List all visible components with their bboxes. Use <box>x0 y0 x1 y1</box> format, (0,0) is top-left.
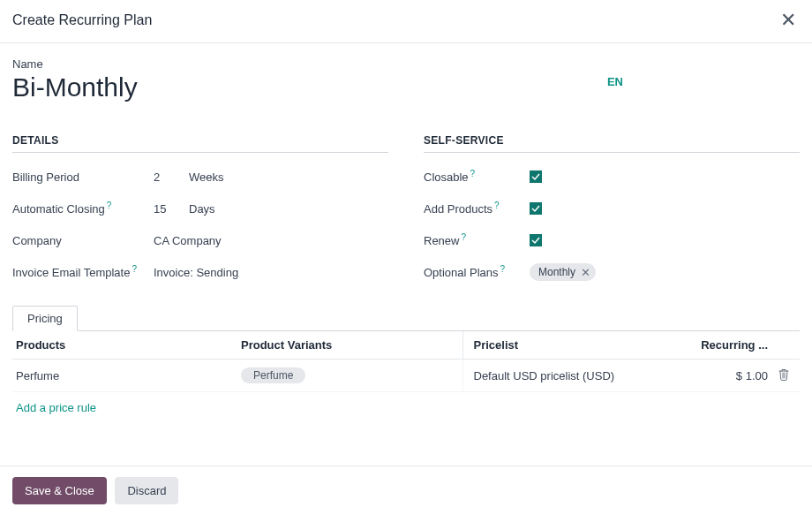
cell-variant[interactable]: Perfume <box>237 360 462 392</box>
help-icon[interactable]: ? <box>461 232 466 242</box>
cell-price[interactable]: $ 1.00 <box>678 360 775 392</box>
renew-checkbox[interactable] <box>530 234 542 246</box>
dialog-footer: Save & Close Discard <box>0 466 812 515</box>
closable-row: Closable? <box>424 167 800 186</box>
optional-plans-label: Optional Plans? <box>424 264 530 279</box>
auto-closing-label-text: Automatic Closing <box>12 203 105 216</box>
tag-remove-icon[interactable]: ✕ <box>581 267 590 278</box>
company-select[interactable]: CA Company <box>154 234 222 247</box>
help-icon[interactable]: ? <box>107 201 112 210</box>
save-button[interactable]: Save & Close <box>12 477 107 504</box>
billing-period-row: Billing Period Weeks <box>12 167 388 186</box>
help-icon[interactable]: ? <box>494 201 500 210</box>
table-row[interactable]: Perfume Perfume Default USD pricelist (U… <box>12 360 800 392</box>
name-label: Name <box>12 57 454 71</box>
check-icon <box>531 172 540 181</box>
col-delete <box>775 331 800 360</box>
name-input[interactable] <box>12 72 454 102</box>
help-icon[interactable]: ? <box>132 264 137 274</box>
dialog-header: Create Recurring Plan ✕ <box>0 0 812 43</box>
billing-period-unit-select[interactable]: Weeks <box>189 170 224 184</box>
self-service-section-title: SELF-SERVICE <box>424 134 800 153</box>
auto-closing-label: Automatic Closing? <box>12 201 154 216</box>
close-icon[interactable]: ✕ <box>777 11 800 30</box>
variant-tag[interactable]: Perfume <box>241 367 305 383</box>
company-row: Company CA Company <box>12 231 388 250</box>
pricing-table: Products Product Variants Pricelist Recu… <box>12 331 800 392</box>
dialog-title: Create Recurring Plan <box>12 12 152 28</box>
language-badge[interactable]: EN <box>607 57 800 88</box>
closable-label: Closable? <box>424 169 530 184</box>
col-price[interactable]: Recurring ... <box>678 331 775 360</box>
add-products-row: Add Products? <box>424 199 800 218</box>
cell-pricelist[interactable]: Default USD pricelist (USD) <box>462 360 678 392</box>
add-products-label: Add Products? <box>424 201 530 216</box>
renew-row: Renew? <box>424 231 800 250</box>
help-icon[interactable]: ? <box>470 169 476 178</box>
optional-plans-row: Optional Plans? Monthly ✕ <box>424 262 800 282</box>
table-header-row: Products Product Variants Pricelist Recu… <box>12 331 800 360</box>
invoice-template-label-text: Invoice Email Template <box>12 266 130 279</box>
details-column: DETAILS Billing Period Weeks Automatic C… <box>12 134 388 294</box>
col-pricelist[interactable]: Pricelist <box>462 331 678 360</box>
cell-product[interactable]: Perfume <box>12 360 237 392</box>
invoice-template-row: Invoice Email Template? Invoice: Sending <box>12 262 388 282</box>
check-icon <box>531 204 540 213</box>
closable-checkbox[interactable] <box>530 170 542 183</box>
billing-period-value-input[interactable] <box>154 170 189 184</box>
closable-label-text: Closable <box>424 171 469 185</box>
col-variants[interactable]: Product Variants <box>237 331 462 360</box>
add-products-label-text: Add Products <box>424 203 492 216</box>
help-icon[interactable]: ? <box>500 264 506 274</box>
invoice-template-label: Invoice Email Template? <box>12 263 154 282</box>
renew-label: Renew? <box>424 232 530 247</box>
optional-plan-tag[interactable]: Monthly ✕ <box>530 263 596 281</box>
check-icon <box>531 236 540 245</box>
billing-period-label: Billing Period <box>12 170 154 184</box>
name-block: Name <box>12 57 454 102</box>
auto-closing-unit: Days <box>189 202 215 216</box>
pricing-table-wrap: Products Product Variants Pricelist Recu… <box>12 330 800 423</box>
tabs: Pricing <box>12 305 800 330</box>
tab-pricing[interactable]: Pricing <box>12 306 78 331</box>
add-price-rule-link[interactable]: Add a price rule <box>12 392 100 423</box>
col-products[interactable]: Products <box>12 331 237 360</box>
details-section-title: DETAILS <box>12 134 388 153</box>
discard-button[interactable]: Discard <box>115 477 178 504</box>
dialog-body: Name EN DETAILS Billing Period Weeks Aut… <box>0 43 812 423</box>
invoice-template-select[interactable]: Invoice: Sending <box>154 266 238 279</box>
optional-plans-label-text: Optional Plans <box>424 267 499 280</box>
form-columns: DETAILS Billing Period Weeks Automatic C… <box>12 134 800 294</box>
trash-icon[interactable] <box>778 368 789 383</box>
renew-label-text: Renew <box>424 235 459 248</box>
add-products-checkbox[interactable] <box>530 202 542 215</box>
cell-delete <box>775 360 800 392</box>
auto-closing-value-input[interactable] <box>154 202 189 216</box>
company-label: Company <box>12 234 154 247</box>
auto-closing-row: Automatic Closing? Days <box>12 199 388 218</box>
optional-plan-tag-label: Monthly <box>538 266 575 278</box>
self-service-column: SELF-SERVICE Closable? Add Products? <box>424 134 800 294</box>
name-row: Name EN <box>12 57 800 102</box>
